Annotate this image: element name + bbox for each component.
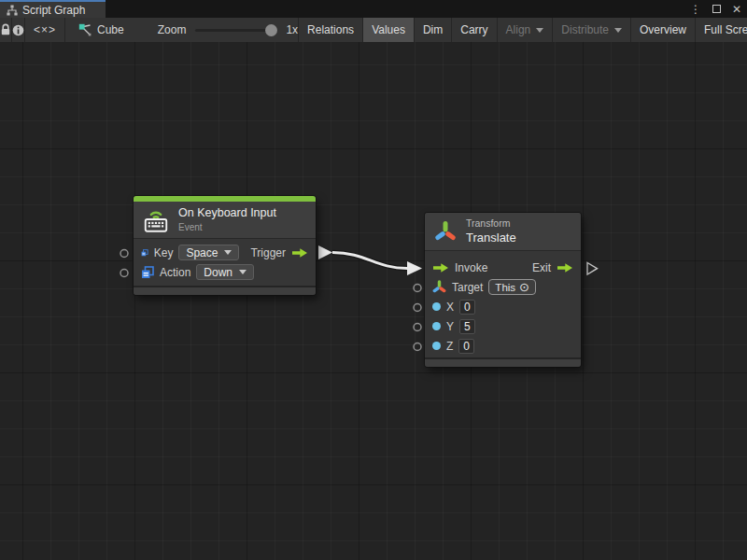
- graph-context-icon: [78, 23, 92, 36]
- target-this-button[interactable]: This ⊙: [488, 279, 536, 295]
- z-label: Z: [446, 340, 453, 353]
- code-view-button[interactable]: <×>: [25, 18, 65, 42]
- zoom-slider[interactable]: [195, 29, 277, 32]
- row-x: X 0: [425, 297, 581, 316]
- enum-icon: [141, 266, 154, 279]
- trigger-output-arrow-icon[interactable]: [291, 247, 308, 259]
- tab-bar: Script Graph ⋮ ✕: [0, 0, 747, 18]
- context-zoom-region: Cube Zoom 1x: [65, 18, 299, 42]
- carry-button[interactable]: Carry: [452, 18, 497, 42]
- exit-label: Exit: [532, 261, 551, 274]
- chevron-down-icon: [614, 28, 622, 33]
- node-on-keyboard-input[interactable]: On Keyboard Input Event Key Space: [134, 196, 316, 295]
- action-node-footer: [425, 357, 581, 367]
- z-input[interactable]: 0: [458, 339, 474, 354]
- action-dropdown[interactable]: Down: [196, 264, 254, 280]
- window-controls: ⋮ ✕: [690, 0, 741, 18]
- action-label: Action: [160, 266, 190, 279]
- port-action[interactable]: [120, 270, 128, 277]
- transform-icon: [432, 280, 446, 294]
- node-category: Transform: [466, 217, 516, 231]
- connection-destination-arrow: [407, 261, 422, 275]
- zoom-value: 1x: [286, 23, 298, 36]
- script-graph-icon: [7, 5, 18, 16]
- exit-port-triangle[interactable]: [587, 263, 598, 275]
- value-dot-icon: [432, 342, 441, 350]
- y-input[interactable]: 5: [459, 319, 475, 334]
- values-button[interactable]: Values: [363, 18, 415, 42]
- x-label: X: [446, 301, 454, 314]
- node-subtitle: Event: [178, 221, 276, 233]
- x-input[interactable]: 0: [459, 300, 475, 315]
- graph-toolbar: <×> Cube Zoom 1x Relations Values Dim Ca…: [0, 18, 747, 42]
- connection-trigger-to-invoke[interactable]: [332, 253, 407, 269]
- port-target[interactable]: [414, 285, 421, 292]
- row-action: Action Down: [134, 262, 316, 282]
- node-title: On Keyboard Input: [178, 206, 276, 221]
- maximize-icon[interactable]: [712, 5, 721, 13]
- y-label: Y: [446, 320, 454, 333]
- value-dot-icon: [432, 302, 441, 311]
- invoke-input-arrow-icon[interactable]: [432, 262, 449, 273]
- close-icon[interactable]: ✕: [732, 4, 741, 15]
- zoom-slider-handle[interactable]: [265, 24, 277, 36]
- key-label: Key: [154, 246, 174, 259]
- action-node-rows: Invoke Exit Target This: [425, 251, 581, 357]
- relations-button[interactable]: Relations: [299, 18, 363, 42]
- more-menu-icon[interactable]: ⋮: [690, 4, 701, 15]
- chevron-down-icon: [536, 28, 543, 33]
- tab-script-graph[interactable]: Script Graph: [0, 0, 106, 18]
- port-y[interactable]: [414, 324, 421, 331]
- action-node-titles: Transform Translate: [466, 217, 516, 245]
- key-dropdown[interactable]: Space: [178, 245, 239, 260]
- graph-canvas[interactable]: On Keyboard Input Event Key Space: [0, 42, 747, 560]
- info-icon: [12, 24, 24, 36]
- distribute-dropdown: Distribute: [553, 18, 631, 42]
- zoom-label: Zoom: [158, 23, 187, 36]
- tab-title: Script Graph: [22, 4, 85, 17]
- overview-button[interactable]: Overview: [631, 18, 696, 42]
- connection-source-arrow: [318, 245, 332, 259]
- enum-icon: [141, 246, 148, 259]
- port-x[interactable]: [414, 304, 421, 312]
- fullscreen-button[interactable]: Full Screen: [696, 18, 747, 42]
- event-node-header: On Keyboard Input Event: [134, 202, 316, 239]
- graph-context-name[interactable]: Cube: [97, 23, 124, 36]
- align-dropdown: Align: [498, 18, 554, 42]
- info-button[interactable]: [12, 18, 25, 42]
- transform-icon: [433, 219, 458, 244]
- trigger-label: Trigger: [250, 246, 286, 259]
- invoke-label: Invoke: [455, 261, 487, 274]
- row-invoke-exit: Invoke Exit: [425, 258, 581, 277]
- dim-button[interactable]: Dim: [415, 18, 452, 42]
- action-node-header: Transform Translate: [425, 213, 581, 251]
- wire-layer: [0, 42, 747, 560]
- script-graph-window: Script Graph ⋮ ✕ <×>: [0, 0, 747, 560]
- value-dot-icon: [432, 322, 441, 330]
- row-key: Key Space Trigger: [134, 243, 316, 262]
- target-label: Target: [452, 281, 483, 294]
- event-node-rows: Key Space Trigger: [134, 239, 316, 286]
- node-title: Translate: [466, 231, 516, 245]
- port-key[interactable]: [120, 250, 128, 258]
- row-y: Y 5: [425, 316, 581, 336]
- exit-output-arrow-icon[interactable]: [557, 262, 573, 273]
- row-z: Z 0: [425, 336, 581, 356]
- lock-button[interactable]: [0, 18, 12, 42]
- chevron-down-icon: [239, 270, 247, 274]
- row-target: Target This ⊙: [425, 277, 581, 297]
- event-node-titles: On Keyboard Input Event: [178, 206, 276, 233]
- port-z[interactable]: [414, 343, 421, 351]
- chevron-down-icon: [224, 250, 232, 255]
- event-node-footer: [134, 286, 316, 295]
- lock-icon: [0, 23, 11, 36]
- target-picker-icon: ⊙: [519, 281, 529, 293]
- keyboard-event-icon: [142, 206, 170, 233]
- node-transform-translate[interactable]: Transform Translate Invoke Exit: [425, 213, 581, 367]
